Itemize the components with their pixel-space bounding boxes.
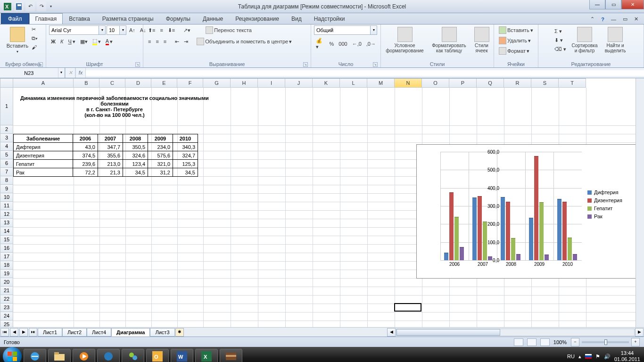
copy-icon[interactable]: ⧉▾ xyxy=(30,34,40,42)
column-header[interactable]: M xyxy=(367,78,395,88)
taskbar-winrar-icon[interactable] xyxy=(220,349,242,362)
flag-icon[interactable] xyxy=(585,354,592,359)
align-middle-icon[interactable]: ≡ xyxy=(158,26,165,34)
row-header[interactable]: 13 xyxy=(0,219,13,227)
ribbon-tab[interactable]: Надстройки xyxy=(308,13,351,24)
workbook-minimize-icon[interactable]: — xyxy=(609,16,618,23)
cancel-formula-icon[interactable]: ✕ xyxy=(65,68,75,78)
row-header[interactable]: 24 xyxy=(0,312,13,321)
row-header[interactable]: 4 xyxy=(0,142,13,151)
row-header[interactable]: 20 xyxy=(0,278,13,287)
horizontal-scrollbar[interactable]: ◀ ▶ xyxy=(387,328,644,337)
ribbon-tab[interactable]: Главная xyxy=(29,13,63,24)
taskbar-messenger-icon[interactable] xyxy=(122,349,144,362)
align-left-icon[interactable]: ≡ xyxy=(146,38,153,45)
scroll-thumb[interactable] xyxy=(396,329,500,336)
row-header[interactable]: 23 xyxy=(0,304,13,312)
sheet-tab[interactable]: Лист4 xyxy=(87,328,111,337)
taskbar-word-icon[interactable]: W xyxy=(171,349,193,362)
row-header[interactable]: 14 xyxy=(0,227,13,236)
zoom-slider[interactable]: − + xyxy=(570,337,640,347)
column-header[interactable]: O xyxy=(422,78,449,88)
find-select-button[interactable]: Найти и выделить xyxy=(601,25,629,55)
chevron-down-icon[interactable]: ▾ xyxy=(99,25,106,35)
cell-grid[interactable]: Динамика изменения первичной заболеваемо… xyxy=(13,88,636,327)
column-header[interactable]: N xyxy=(395,78,422,88)
normal-view-icon[interactable] xyxy=(514,338,523,346)
tab-nav-first-icon[interactable]: ⏮ xyxy=(0,328,9,337)
page-layout-view-icon[interactable] xyxy=(527,338,537,346)
column-header[interactable]: T xyxy=(559,78,586,88)
row-header[interactable]: 22 xyxy=(0,295,13,304)
column-header[interactable]: H xyxy=(231,78,258,88)
dialog-launcher-icon[interactable]: ↘ xyxy=(303,62,308,67)
maximize-button[interactable]: ▭ xyxy=(605,0,621,9)
dialog-launcher-icon[interactable]: ↘ xyxy=(38,62,43,67)
align-right-icon[interactable]: ≡ xyxy=(162,38,168,45)
network-icon[interactable]: ⚑ xyxy=(595,354,600,360)
percent-icon[interactable]: % xyxy=(327,40,336,48)
column-header[interactable]: S xyxy=(531,78,559,88)
cut-icon[interactable]: ✂ xyxy=(30,25,40,33)
increase-indent-icon[interactable]: ⇥ xyxy=(182,38,190,46)
ribbon-tab[interactable]: Вставка xyxy=(63,13,96,24)
ribbon-tab[interactable]: Рецензирование xyxy=(229,13,285,24)
row-header[interactable]: 21 xyxy=(0,287,13,295)
tab-nav-next-icon[interactable]: ▶ xyxy=(19,328,28,337)
formula-input[interactable] xyxy=(86,70,644,76)
language-indicator[interactable]: RU xyxy=(567,354,575,359)
taskbar-excel-icon[interactable]: X xyxy=(195,349,218,362)
decrease-indent-icon[interactable]: ⇤ xyxy=(173,38,181,46)
merge-center-button[interactable]: Объединить и поместить в центре ▾ xyxy=(195,37,294,46)
row-header[interactable]: 17 xyxy=(0,253,13,261)
align-bottom-icon[interactable]: ⬇≡ xyxy=(166,26,177,34)
autosum-icon[interactable]: Σ ▾ xyxy=(553,27,568,35)
show-hidden-icon[interactable]: ▴ xyxy=(578,354,581,360)
row-header[interactable]: 12 xyxy=(0,210,13,219)
increase-decimal-icon[interactable]: ←,0 xyxy=(350,40,363,48)
wrap-text-button[interactable]: Перенос текста xyxy=(204,25,254,35)
ribbon-tab[interactable]: Формулы xyxy=(160,13,197,24)
ribbon-tab[interactable]: Разметка страницы xyxy=(96,13,160,24)
column-header[interactable]: R xyxy=(504,78,531,88)
underline-button[interactable]: Ч▾ xyxy=(66,38,77,46)
conditional-formatting-button[interactable]: Условное форматирование xyxy=(382,25,428,55)
zoom-in-icon[interactable]: + xyxy=(631,338,640,346)
embedded-chart[interactable]: 0,0100,0200,0300,0400,0500,0600,0 200620… xyxy=(416,144,643,279)
name-box[interactable]: ▾ xyxy=(0,68,65,78)
row-header[interactable]: 18 xyxy=(0,261,13,270)
column-header[interactable]: D xyxy=(125,78,151,88)
font-name-combo[interactable]: ▾ xyxy=(49,25,106,35)
taskbar-mediaplayer-icon[interactable] xyxy=(73,349,95,362)
row-header[interactable]: 5 xyxy=(0,151,13,159)
vertical-scrollbar[interactable] xyxy=(636,78,644,327)
fill-icon[interactable]: ⬇ ▾ xyxy=(553,36,568,44)
chevron-down-icon[interactable]: ▾ xyxy=(58,68,65,78)
font-color-icon[interactable]: A▾ xyxy=(104,37,115,46)
sheet-tab[interactable]: Лист1 xyxy=(38,328,62,337)
zoom-level[interactable]: 100% xyxy=(553,339,567,345)
format-cells-button[interactable]: Формат ▾ xyxy=(497,46,535,56)
help-icon[interactable]: ? xyxy=(599,16,606,23)
column-header[interactable]: L xyxy=(340,78,367,88)
sheet-tab[interactable]: Лист2 xyxy=(62,328,87,337)
row-header[interactable]: 6 xyxy=(0,159,13,168)
minimize-ribbon-icon[interactable]: ⌃ xyxy=(588,15,596,23)
number-format-combo[interactable]: ▾ xyxy=(314,25,378,35)
row-header[interactable]: 7 xyxy=(0,168,13,176)
ribbon-tab[interactable]: Данные xyxy=(197,13,229,24)
font-name-input[interactable] xyxy=(49,25,99,35)
taskbar-app-icon[interactable] xyxy=(97,349,120,362)
grow-font-icon[interactable]: A↑ xyxy=(127,26,137,34)
italic-button[interactable]: К xyxy=(58,38,65,45)
column-header[interactable]: Q xyxy=(477,78,504,88)
row-header[interactable]: 1 xyxy=(0,88,13,125)
column-header[interactable]: C xyxy=(99,78,125,88)
align-top-icon[interactable]: ⬆≡ xyxy=(146,26,157,34)
borders-icon[interactable]: ▦▾ xyxy=(78,38,90,46)
column-header[interactable]: B xyxy=(74,78,99,88)
comma-icon[interactable]: 000 xyxy=(337,40,349,48)
format-painter-icon[interactable]: 🖌 xyxy=(30,43,40,51)
dialog-launcher-icon[interactable]: ↘ xyxy=(135,62,140,67)
row-header[interactable]: 19 xyxy=(0,270,13,278)
